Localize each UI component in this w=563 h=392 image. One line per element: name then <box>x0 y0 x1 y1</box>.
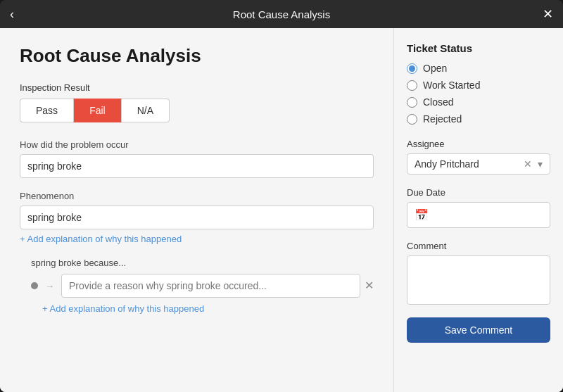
window: ‹ Root Cause Analysis ✕ Root Cause Analy… <box>0 0 563 392</box>
comment-label: Comment <box>407 241 550 251</box>
because-input[interactable] <box>61 274 360 298</box>
status-radio-group: Open Work Started Closed Rejected <box>407 63 550 125</box>
problem-occur-group: How did the problem occur <box>20 139 374 178</box>
add-explanation-link[interactable]: + Add explanation of why this happened <box>20 234 182 244</box>
main-panel: Root Cause Analysis Inspection Result Pa… <box>0 28 394 392</box>
inspection-buttons: Pass Fail N/A <box>20 99 374 122</box>
status-open-radio[interactable] <box>407 63 417 74</box>
phenomenon-input[interactable] <box>20 206 374 229</box>
right-panel: Ticket Status Open Work Started Closed R… <box>394 28 563 392</box>
save-comment-button[interactable]: Save Comment <box>407 317 550 343</box>
pass-button[interactable]: Pass <box>20 99 73 122</box>
because-clear-button[interactable]: ✕ <box>365 280 374 291</box>
status-closed-label: Closed <box>423 96 454 108</box>
assignee-clear-icon[interactable]: ✕ <box>524 158 532 170</box>
add-explanation-link2[interactable]: + Add explanation of why this happened <box>31 303 204 314</box>
status-open-label: Open <box>423 63 447 74</box>
status-work-started-radio[interactable] <box>407 80 417 91</box>
status-rejected-label: Rejected <box>423 113 462 125</box>
status-closed-radio[interactable] <box>407 97 417 108</box>
comment-textarea[interactable] <box>407 255 550 305</box>
back-button[interactable]: ‹ <box>10 8 14 20</box>
assignee-name: Andy Pritchard <box>415 158 524 170</box>
fail-button[interactable]: Fail <box>73 99 122 122</box>
na-button[interactable]: N/A <box>122 99 170 122</box>
arrow-icon: → <box>45 281 54 291</box>
because-block: spring broke because... → ✕ + Add explan… <box>20 258 374 315</box>
page-title: Root Cause Analysis <box>20 45 374 67</box>
status-closed[interactable]: Closed <box>407 96 550 108</box>
phenomenon-group: Phenomenon + Add explanation of why this… <box>20 191 374 245</box>
problem-occur-input[interactable] <box>20 154 374 178</box>
because-label: spring broke because... <box>31 258 374 268</box>
due-date-field[interactable]: 📅 <box>407 202 550 228</box>
content-area: Root Cause Analysis Inspection Result Pa… <box>0 28 563 392</box>
dot-icon <box>31 282 38 289</box>
arrow-wrap <box>31 282 38 289</box>
assignee-actions: ✕ ▾ <box>524 158 543 170</box>
inspection-result-label: Inspection Result <box>20 82 374 93</box>
assignee-dropdown-icon[interactable]: ▾ <box>538 158 543 170</box>
phenomenon-label: Phenomenon <box>20 191 374 201</box>
assignee-label: Assignee <box>407 139 550 149</box>
problem-occur-label: How did the problem occur <box>20 139 374 150</box>
status-rejected[interactable]: Rejected <box>407 113 550 125</box>
titlebar-title: Root Cause Analysis <box>233 8 330 20</box>
assignee-field[interactable]: Andy Pritchard ✕ ▾ <box>407 153 550 175</box>
ticket-status-title: Ticket Status <box>407 42 550 54</box>
calendar-icon: 📅 <box>415 208 429 222</box>
inspection-result-group: Inspection Result Pass Fail N/A <box>20 82 374 122</box>
due-date-label: Due Date <box>407 187 550 198</box>
close-button[interactable]: ✕ <box>543 8 553 20</box>
status-work-started-label: Work Started <box>423 80 480 91</box>
status-rejected-radio[interactable] <box>407 114 417 125</box>
because-input-row: → ✕ <box>31 274 374 298</box>
status-work-started[interactable]: Work Started <box>407 80 550 91</box>
titlebar: ‹ Root Cause Analysis ✕ <box>0 0 563 28</box>
status-open[interactable]: Open <box>407 63 550 74</box>
